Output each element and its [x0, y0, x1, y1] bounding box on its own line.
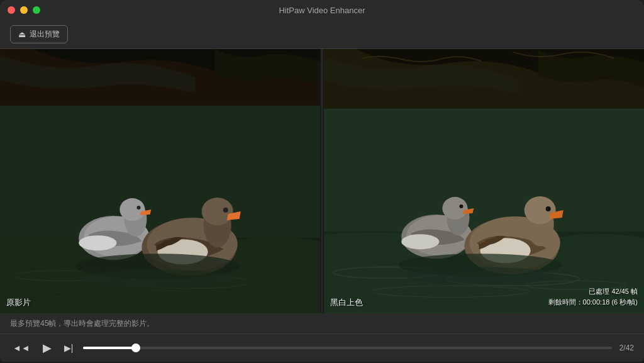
- progress-track[interactable]: [83, 347, 611, 349]
- video-comparison-area: 原影片: [0, 49, 644, 313]
- original-video-frame: [0, 49, 320, 313]
- exit-preview-label: 退出預覽: [30, 29, 60, 40]
- svg-point-12: [79, 235, 116, 250]
- svg-point-42: [404, 267, 555, 284]
- svg-point-33: [459, 204, 463, 208]
- enhanced-video-frame: [324, 49, 644, 313]
- svg-point-39: [546, 206, 551, 211]
- minimize-button[interactable]: [20, 6, 28, 14]
- play-button[interactable]: ▶: [40, 338, 54, 357]
- playback-controls: ◄◄ ▶ ▶| 2/42: [0, 333, 644, 362]
- window-controls: [8, 6, 40, 14]
- titlebar: HitPaw Video Enhancer: [0, 0, 644, 20]
- processed-frames: 已處理 42/45 幀: [548, 286, 638, 298]
- status-bar: 最多預覽45幀，導出時會處理完整的影片。: [0, 313, 644, 333]
- svg-point-16: [202, 198, 233, 225]
- enhanced-video-panel: 黑白上色 已處理 42/45 幀 剩餘時間：00:00:18 (6 秒/幀): [324, 49, 644, 313]
- svg-point-17: [223, 208, 228, 213]
- left-panel-label: 原影片: [6, 297, 31, 308]
- maximize-button[interactable]: [33, 6, 40, 14]
- svg-point-11: [136, 206, 140, 209]
- svg-point-20: [82, 269, 233, 288]
- toolbar: ⏏ 退出預覽: [0, 20, 644, 49]
- svg-point-34: [401, 234, 439, 249]
- exit-icon: ⏏: [18, 30, 26, 39]
- svg-point-10: [119, 198, 145, 221]
- processing-info: 已處理 42/45 幀 剩餘時間：00:00:18 (6 秒/幀): [548, 286, 638, 308]
- exit-preview-button[interactable]: ⏏ 退出預覽: [10, 25, 68, 43]
- prev-frame-button[interactable]: ◄◄: [10, 340, 33, 355]
- next-frame-button[interactable]: ▶|: [62, 340, 76, 355]
- svg-point-32: [442, 197, 467, 220]
- right-panel-label: 黑白上色: [330, 297, 363, 308]
- progress-fill: [83, 347, 136, 349]
- original-video-panel: 原影片: [0, 49, 320, 313]
- progress-thumb[interactable]: [131, 343, 140, 352]
- app-window: HitPaw Video Enhancer ⏏ 退出預覽: [0, 0, 644, 362]
- close-button[interactable]: [8, 6, 15, 14]
- panel-divider: [321, 49, 323, 313]
- svg-point-38: [525, 196, 556, 224]
- status-message: 最多預覽45幀，導出時會處理完整的影片。: [10, 318, 154, 329]
- progress-container: [83, 347, 611, 349]
- app-title: HitPaw Video Enhancer: [279, 6, 365, 15]
- time-display: 2/42: [619, 343, 634, 352]
- remaining-time: 剩餘時間：00:00:18 (6 秒/幀): [548, 297, 638, 308]
